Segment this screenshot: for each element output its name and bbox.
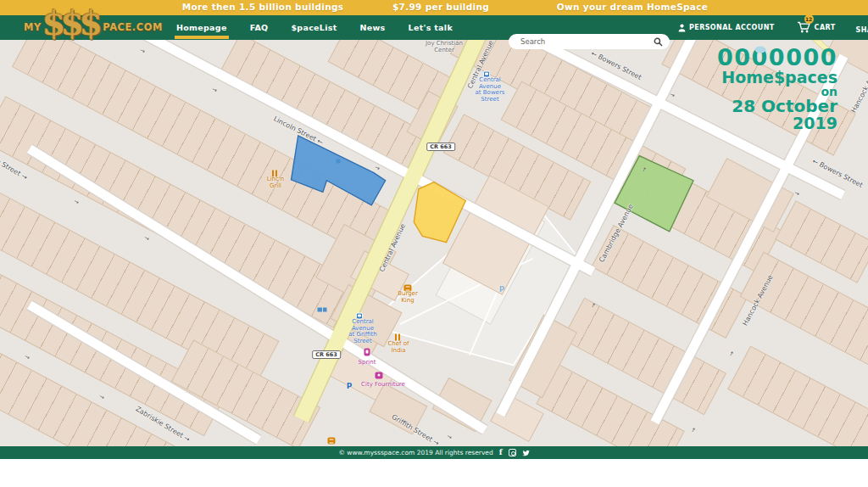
oneway-arrow-icon: → — [640, 166, 648, 174]
route-badge-cr663: CR 663 — [426, 143, 455, 151]
social-icons: f — [499, 449, 530, 456]
street-label: ← Bowers Street — [811, 157, 864, 189]
logo-prefix: MY — [24, 23, 42, 41]
oneway-arrow-icon: → — [793, 189, 801, 198]
footer-bar: © www.myssspace.com 2019 All rights rese… — [0, 446, 868, 459]
oneway-arrow-icon: → — [211, 86, 219, 94]
street-label: Hancock Avenue — [741, 273, 774, 327]
poi-blue2-icon — [318, 299, 327, 316]
map-labels-layer: Lincoln Street ←Griffith Street →Griffit… — [0, 40, 868, 446]
logo-suffix: PACE.COM — [103, 23, 163, 41]
oneway-arrow-icon: → — [689, 427, 698, 434]
street-label: Griffith Street → — [390, 413, 440, 446]
oneway-arrow-icon: → — [669, 91, 676, 99]
search-input[interactable] — [519, 36, 654, 47]
search-bar[interactable] — [509, 34, 670, 49]
poi-label-burger-king: BurgerKing — [398, 291, 418, 304]
cart-button[interactable]: 12 CART — [797, 21, 836, 34]
poi-burger-icon — [328, 432, 336, 447]
facebook-icon[interactable]: f — [499, 449, 503, 456]
promo-text-price: $7.99 per building — [392, 2, 489, 12]
poi-pond-icon — [755, 41, 766, 57]
poi-parkP-icon: P — [499, 279, 505, 295]
person-icon — [678, 24, 686, 32]
instagram-icon[interactable] — [509, 449, 516, 456]
copyright-text: © www.myssspace.com 2019 All rights rese… — [338, 449, 492, 456]
oneway-arrow-icon: → — [139, 47, 147, 55]
cart-count-badge: 12 — [804, 14, 814, 24]
street-label: Lincoln Street ← — [272, 115, 325, 146]
main-menu: Homepage FAQ $paceList News Let's talk — [176, 15, 453, 40]
poi-phone-icon — [364, 344, 370, 360]
street-label: Central Avenue — [378, 222, 407, 272]
twitter-icon[interactable] — [522, 450, 530, 456]
menu-item-faq[interactable]: FAQ — [250, 23, 269, 32]
promo-text-dream: Own your dream HomeSpace — [557, 2, 708, 12]
street-label: Cambridge Avenue — [598, 203, 635, 264]
oneway-arrow-icon: → — [142, 234, 150, 243]
poi-label-city-fourniture: City Fourniture — [361, 382, 405, 389]
menu-item-lets-talk[interactable]: Let's talk — [409, 23, 453, 32]
oneway-arrow-icon: → — [445, 433, 453, 441]
poi-label-lincoln-restaurant: Linc'nGrill — [267, 176, 285, 189]
poi-label-bus-stop-central-griffith: CentralAvenueat GriffithStreet — [348, 319, 376, 344]
share-button[interactable]: SHARE — [856, 20, 868, 36]
poi-label-bus-stop-central-bowers: CentralAvenueat BowersStreet — [476, 77, 505, 103]
oneway-arrow-icon: → — [23, 353, 31, 361]
oneway-arrow-icon: → — [727, 350, 736, 358]
logo-dollar-signs: $$$ — [42, 8, 103, 40]
site-logo[interactable]: MY $$$ PACE.COM — [24, 1, 163, 40]
poi-label-chef-of-india: Chef ofIndia — [387, 341, 409, 354]
oneway-arrow-icon: → — [589, 302, 598, 310]
page: More then 1.5 billion buildings $7.99 pe… — [0, 0, 868, 487]
poi-label-sprint-store: Sprint — [359, 360, 376, 367]
poi-label-joy-christian-center: Joy ChristianCenter — [426, 41, 463, 53]
poi-parkP-icon: P — [347, 376, 353, 392]
street-label: Griffith Street → — [0, 148, 29, 182]
map-canvas[interactable]: Lincoln Street ←Griffith Street →Griffit… — [0, 40, 868, 446]
promo-text-buildings: More then 1.5 billion buildings — [182, 2, 344, 12]
poi-shop-icon — [376, 367, 383, 383]
menu-item-homepage[interactable]: Homepage — [176, 23, 227, 32]
poi-blue-icon — [337, 151, 341, 167]
share-label: SHARE — [856, 26, 868, 34]
search-icon[interactable] — [654, 37, 663, 47]
route-badge-cr663: CR 663 — [312, 350, 341, 359]
oneway-arrow-icon: → — [72, 198, 80, 206]
oneway-arrow-icon: → — [374, 164, 381, 172]
street-label: ← Bowers Street — [590, 49, 643, 81]
nav-right-cluster: PERSONAL ACCOUNT 12 CART SHARE — [678, 15, 868, 40]
menu-item-news[interactable]: News — [360, 23, 386, 32]
street-label: Hancock Avenue — [849, 60, 868, 114]
menu-item-spacelist[interactable]: $paceList — [291, 23, 337, 32]
cart-label: CART — [815, 24, 836, 31]
oneway-arrow-icon: → — [97, 393, 105, 401]
street-label: Zabriskie Street → — [134, 405, 191, 443]
personal-account-button[interactable]: PERSONAL ACCOUNT — [678, 24, 775, 32]
personal-account-label: PERSONAL ACCOUNT — [689, 24, 775, 31]
